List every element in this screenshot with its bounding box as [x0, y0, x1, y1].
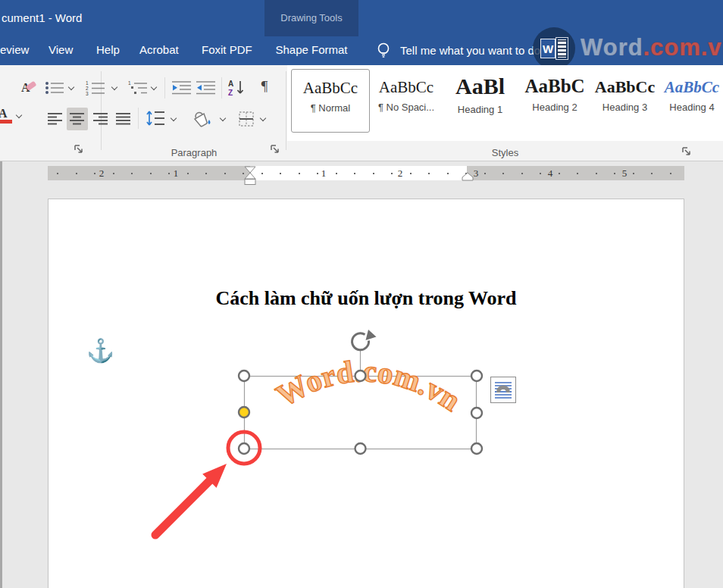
tell-me-box[interactable]: Tell me what you want to do — [376, 36, 540, 65]
resize-handle-bottom-left[interactable] — [239, 443, 249, 454]
show-paragraph-marks-button[interactable]: ¶ — [256, 77, 273, 96]
logo-text: Word.com.vn — [581, 34, 723, 61]
svg-text:1: 1 — [86, 80, 89, 86]
style-h4[interactable]: AaBbCcHeading 4 — [659, 69, 723, 133]
multilevel-list-button[interactable]: 1 — [127, 79, 149, 97]
style-label: Heading 3 — [592, 102, 658, 113]
style-nospace[interactable]: AaBbCc¶ No Spaci... — [371, 69, 441, 133]
svg-text:3: 3 — [86, 91, 89, 95]
numbering-dropdown[interactable] — [111, 84, 117, 90]
align-right-icon — [93, 113, 108, 125]
resize-handle-top-center[interactable] — [355, 371, 366, 381]
rotate-handle[interactable] — [352, 330, 377, 350]
line-spacing-icon — [146, 110, 165, 127]
paragraph-group-label: Paragraph — [102, 147, 286, 158]
svg-text:Z: Z — [228, 89, 233, 97]
tell-me-label: Tell me what you want to do — [400, 37, 540, 64]
style-sample: AaBbCc — [371, 78, 441, 97]
style-h3[interactable]: AaBbCcHeading 3 — [592, 69, 658, 133]
borders-icon — [239, 111, 254, 127]
font-color-dropdown[interactable] — [16, 112, 22, 118]
svg-text:1: 1 — [128, 80, 131, 86]
drawing-overlay: Word.com.vn — [0, 161, 723, 588]
resize-handle-middle-right[interactable] — [471, 408, 482, 418]
font-dialog-launcher[interactable] — [74, 144, 85, 155]
shading-icon — [190, 109, 213, 129]
line-spacing-button[interactable] — [144, 108, 167, 129]
word-window: cument1 - Word Drawing Tools eviewViewHe… — [0, 0, 723, 588]
tab-eview[interactable]: eview — [0, 36, 29, 65]
tab-acrobat[interactable]: Acrobat — [139, 36, 179, 65]
sort-icon: A Z — [227, 79, 247, 97]
borders-button[interactable] — [236, 109, 256, 129]
align-center-button[interactable] — [67, 108, 88, 130]
justify-icon — [116, 113, 131, 125]
watermark-logo: W Word.com.vn — [531, 27, 723, 70]
bullets-icon — [45, 80, 64, 95]
style-sample: AaBbCc — [592, 77, 658, 97]
style-h1[interactable]: AaBlHeading 1 — [443, 69, 517, 133]
document-workspace: 2112345 Cách làm chữ uốn lượn trong Word… — [0, 161, 723, 588]
style-h2[interactable]: AaBbCHeading 2 — [519, 69, 590, 133]
style-sample: AaBbCc — [659, 78, 723, 97]
layout-options-icon — [493, 380, 513, 400]
layout-options-button[interactable] — [490, 377, 516, 403]
tab-view[interactable]: View — [49, 36, 73, 65]
numbering-icon: 123 — [86, 80, 105, 95]
paragraph-dialog-launcher[interactable] — [270, 144, 281, 155]
style-label: Heading 2 — [519, 102, 590, 113]
resize-handle-bottom-right[interactable] — [471, 443, 482, 454]
tab-shape-format[interactable]: Shape Format — [264, 36, 358, 65]
styles-gallery: AaBbCc¶ NormalAaBbCc¶ No Spaci...AaBlHea… — [287, 65, 723, 141]
svg-text:A: A — [0, 107, 8, 120]
decrease-indent-button[interactable] — [171, 79, 192, 97]
style-label: Heading 1 — [443, 104, 517, 115]
font-color-button[interactable]: A — [0, 105, 14, 126]
style-sample: AaBbC — [519, 76, 590, 97]
font-color-icon: A — [0, 105, 14, 126]
annotation-arrow — [155, 479, 211, 535]
borders-dropdown[interactable] — [260, 115, 266, 121]
style-sample: AaBl — [443, 74, 517, 99]
styles-dialog-launcher[interactable] — [681, 146, 693, 158]
justify-button[interactable] — [114, 109, 133, 129]
style-label: ¶ No Spaci... — [371, 102, 441, 113]
tab-help[interactable]: Help — [96, 36, 120, 65]
lightbulb-icon — [376, 42, 391, 60]
increase-indent-button[interactable] — [196, 79, 217, 97]
svg-text:2: 2 — [86, 86, 89, 91]
align-center-icon — [70, 113, 85, 125]
adjustment-handle[interactable] — [239, 407, 249, 418]
clear-formatting-icon: A — [20, 80, 38, 96]
align-right-button[interactable] — [91, 109, 111, 129]
wordart-text[interactable]: Word.com.vn — [271, 353, 467, 418]
shading-dropdown[interactable] — [220, 115, 226, 121]
pilcrow-icon: ¶ — [261, 78, 268, 95]
decrease-indent-icon — [172, 80, 192, 95]
align-left-button[interactable] — [45, 109, 65, 129]
style-label: ¶ Normal — [292, 102, 369, 114]
styles-group-label: Styles — [287, 147, 723, 158]
style-normal[interactable]: AaBbCc¶ Normal — [291, 69, 370, 133]
multilevel-list-dropdown[interactable] — [151, 84, 157, 90]
clear-formatting-button[interactable]: A — [18, 79, 39, 97]
bullets-button[interactable] — [44, 79, 65, 97]
style-sample: AaBbCc — [292, 79, 369, 98]
contextual-header-label: Drawing Tools — [264, 0, 358, 33]
style-label: Heading 4 — [659, 102, 723, 113]
tab-foxit-pdf[interactable]: Foxit PDF — [202, 36, 252, 65]
line-spacing-dropdown[interactable] — [171, 115, 177, 121]
word-app-icon: W — [540, 37, 569, 60]
multilevel-list-icon: 1 — [128, 80, 148, 95]
resize-handle-top-right[interactable] — [471, 371, 482, 381]
numbering-button[interactable]: 123 — [85, 79, 106, 97]
document-title: cument1 - Word — [2, 0, 82, 36]
align-left-icon — [48, 113, 63, 125]
svg-text:A: A — [228, 80, 233, 88]
shading-button[interactable] — [189, 108, 214, 130]
sort-button[interactable]: A Z — [226, 77, 249, 99]
resize-handle-bottom-center[interactable] — [355, 443, 366, 454]
resize-handle-top-left[interactable] — [239, 371, 249, 381]
bullets-dropdown[interactable] — [68, 84, 74, 90]
increase-indent-icon — [196, 80, 216, 95]
